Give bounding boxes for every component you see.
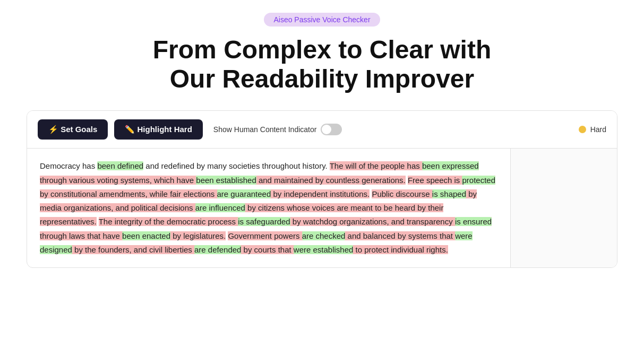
main-title: From Complex to Clear with Our Readabili…: [21, 35, 623, 93]
content-area: Democracy has been defined and redefined…: [27, 149, 617, 267]
tool-card: ⚡ Set Goals ✏️ Highlight Hard Show Human…: [27, 110, 617, 268]
title-line2: Our Readability Improver: [170, 65, 475, 93]
human-indicator-label: Show Human Content Indicator: [213, 125, 317, 134]
page-wrapper: Aiseo Passive Voice Checker From Complex…: [0, 0, 644, 289]
product-badge: Aiseo Passive Voice Checker: [264, 13, 380, 27]
side-panel: [511, 149, 617, 267]
human-indicator-toggle-group: Show Human Content Indicator: [209, 124, 342, 135]
badge-row: Aiseo Passive Voice Checker: [21, 13, 623, 27]
set-goals-button[interactable]: ⚡ Set Goals: [38, 119, 108, 140]
passive-highlight: been defined: [97, 161, 143, 170]
toolbar: ⚡ Set Goals ✏️ Highlight Hard Show Human…: [27, 111, 617, 149]
highlight-hard-button[interactable]: ✏️ Highlight Hard: [114, 119, 203, 140]
text-paragraph: Democracy has been defined and redefined…: [40, 159, 497, 257]
text-panel[interactable]: Democracy has been defined and redefined…: [27, 149, 511, 267]
title-line1: From Complex to Clear with: [153, 36, 491, 64]
human-indicator-toggle[interactable]: [321, 124, 342, 135]
hard-legend-dot: [579, 126, 586, 133]
legend: Hard: [579, 125, 606, 134]
hard-legend-label: Hard: [590, 125, 606, 134]
